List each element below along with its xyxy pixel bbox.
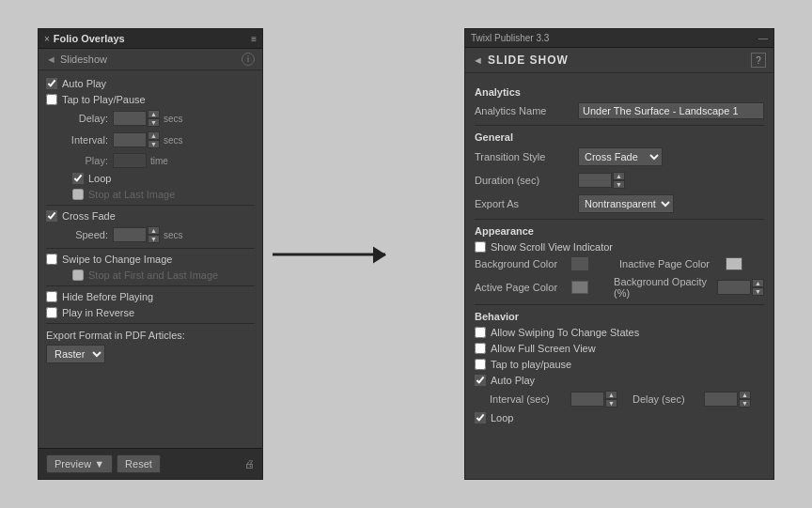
right-help-icon[interactable]: ? xyxy=(751,53,766,68)
speed-up-arrow[interactable]: ▲ xyxy=(148,226,160,235)
swipe-change-checkbox[interactable] xyxy=(46,254,57,265)
auto-play-checkbox[interactable] xyxy=(46,78,57,89)
tap-play-pause-label: Tap to Play/Pause xyxy=(62,94,146,105)
play-reverse-row: Play in Reverse xyxy=(46,307,255,318)
auto-play-behavior-row: Auto Play xyxy=(475,375,764,386)
breadcrumb-info-icon[interactable]: i xyxy=(242,53,255,66)
swipe-change-row: Swipe to Change Image xyxy=(46,254,255,265)
interval-behavior-up-arrow[interactable]: ▲ xyxy=(605,391,617,399)
tap-play-pause-checkbox[interactable] xyxy=(46,94,57,105)
printer-icon[interactable]: 🖨 xyxy=(244,458,255,470)
inactive-color-col: Inactive Page Color xyxy=(619,257,764,270)
left-titlebar: × Folio Overlays ≡ xyxy=(39,29,262,49)
opacity-up-arrow[interactable]: ▲ xyxy=(752,279,764,287)
allow-full-screen-label: Allow Full Screen View xyxy=(491,343,596,354)
speed-input[interactable]: 0.5 xyxy=(113,227,147,242)
play-input[interactable] xyxy=(113,153,147,168)
delay-behavior-up-arrow[interactable]: ▲ xyxy=(739,391,751,399)
bg-opacity-label: Background Opacity (%) xyxy=(614,276,717,299)
loop-behavior-row: Loop xyxy=(475,412,764,423)
allow-swiping-checkbox[interactable] xyxy=(475,327,486,338)
tap-to-play-behavior-checkbox[interactable] xyxy=(475,359,486,370)
speed-spinner[interactable]: 0.5 ▲ ▼ xyxy=(113,226,160,243)
speed-down-arrow[interactable]: ▼ xyxy=(148,235,160,243)
interval-behavior-spinner[interactable]: 3 ▲ ▼ xyxy=(570,391,617,408)
play-row: Play: time xyxy=(46,153,255,168)
export-as-label: Export As xyxy=(475,198,578,209)
delay-behavior-down-arrow[interactable]: ▼ xyxy=(739,399,751,408)
interval-down-arrow[interactable]: ▼ xyxy=(148,140,160,148)
left-breadcrumb: ◄ Slideshow i xyxy=(39,49,262,70)
reset-button[interactable]: Reset xyxy=(117,454,161,473)
opacity-arrows: ▲ ▼ xyxy=(752,279,764,296)
stop-first-last-row: Stop at First and Last Image xyxy=(46,269,255,281)
export-format-label: Export Format in PDF Articles: xyxy=(46,330,255,341)
preview-button[interactable]: Preview ▼ xyxy=(46,454,113,473)
delay-down-arrow[interactable]: ▼ xyxy=(148,118,160,127)
stop-last-image-label: Stop at Last Image xyxy=(88,189,175,200)
allow-full-screen-row: Allow Full Screen View xyxy=(475,343,764,354)
stop-last-image-checkbox[interactable] xyxy=(72,189,84,200)
swipe-change-label: Swipe to Change Image xyxy=(62,254,172,265)
breadcrumb-arrow-icon[interactable]: ◄ xyxy=(46,54,56,65)
duration-spinner[interactable]: 0.5 ▲ ▼ xyxy=(578,172,625,189)
delay-up-arrow[interactable]: ▲ xyxy=(148,110,160,118)
delay-spinner[interactable]: 0 ▲ ▼ xyxy=(113,110,160,127)
behavior-section-title: Behavior xyxy=(475,311,764,322)
interval-arrows: ▲ ▼ xyxy=(148,131,160,148)
cross-fade-checkbox[interactable] xyxy=(46,210,57,222)
stop-first-last-checkbox[interactable] xyxy=(72,269,84,281)
interval-behavior-down-arrow[interactable]: ▼ xyxy=(605,399,617,408)
allow-swiping-label: Allow Swiping To Change States xyxy=(491,327,639,338)
allow-swiping-row: Allow Swiping To Change States xyxy=(475,327,764,338)
play-reverse-checkbox[interactable] xyxy=(46,307,57,318)
delay-input[interactable]: 0 xyxy=(113,111,147,126)
opacity-spinner[interactable]: 80 ▲ ▼ xyxy=(717,279,764,296)
duration-up-arrow[interactable]: ▲ xyxy=(613,172,625,180)
auto-play-row: Auto Play xyxy=(46,78,255,89)
inactive-page-color-swatch[interactable] xyxy=(726,257,742,270)
export-as-select[interactable]: Nontransparent xyxy=(578,194,674,213)
delay-unit: secs xyxy=(164,114,183,124)
right-breadcrumb-title: SLIDE SHOW xyxy=(488,54,569,67)
interval-spinner[interactable]: 3 ▲ ▼ xyxy=(113,131,160,148)
right-panel-body: Analytics Analytics Name General Transit… xyxy=(465,73,773,479)
interval-unit: secs xyxy=(164,135,183,146)
auto-play-behavior-checkbox[interactable] xyxy=(475,375,486,386)
interval-behavior-arrows: ▲ ▼ xyxy=(605,391,617,408)
opacity-input[interactable]: 80 xyxy=(717,280,751,295)
close-icon[interactable]: × xyxy=(44,34,50,44)
hide-before-playing-checkbox[interactable] xyxy=(46,291,57,302)
loop-checkbox[interactable] xyxy=(72,173,84,184)
delay-behavior-spinner[interactable]: 0 ▲ ▼ xyxy=(704,391,751,408)
delay-behavior-arrows: ▲ ▼ xyxy=(739,391,751,408)
allow-full-screen-checkbox[interactable] xyxy=(475,343,486,354)
right-panel: Twixl Publisher 3.3 — ◄ SLIDE SHOW ? Ana… xyxy=(464,28,774,480)
general-section-title: General xyxy=(475,131,764,143)
duration-input[interactable]: 0.5 xyxy=(578,173,612,188)
interval-up-arrow[interactable]: ▲ xyxy=(148,131,160,140)
transition-style-select[interactable]: Cross Fade xyxy=(578,147,663,166)
interval-behavior-input[interactable]: 3 xyxy=(570,392,604,407)
hide-before-playing-row: Hide Before Playing xyxy=(46,291,255,302)
stop-first-last-label: Stop at First and Last Image xyxy=(88,269,218,281)
opacity-down-arrow[interactable]: ▼ xyxy=(752,287,764,296)
analytics-name-input[interactable] xyxy=(578,102,764,119)
export-format-dropdown-row: Raster xyxy=(46,345,255,363)
active-page-color-swatch[interactable] xyxy=(571,281,588,294)
interval-input[interactable]: 3 xyxy=(113,132,147,147)
hide-before-playing-label: Hide Before Playing xyxy=(62,291,153,302)
right-panel-menu-icon[interactable]: — xyxy=(758,33,768,43)
auto-play-label: Auto Play xyxy=(62,78,106,89)
raster-select[interactable]: Raster xyxy=(46,345,105,363)
delay-behavior-input[interactable]: 0 xyxy=(704,392,738,407)
panel-menu-icon[interactable]: ≡ xyxy=(251,34,257,44)
duration-down-arrow[interactable]: ▼ xyxy=(613,180,625,189)
show-scroll-view-row: Show Scroll View Indicator xyxy=(475,241,764,253)
right-breadcrumb-arrow-icon[interactable]: ◄ xyxy=(473,54,483,66)
bg-opacity-col: Background Opacity (%) 80 ▲ ▼ xyxy=(614,276,764,299)
bg-color-label: Background Color xyxy=(475,258,569,269)
bg-color-swatch[interactable] xyxy=(571,257,588,270)
show-scroll-view-checkbox[interactable] xyxy=(475,241,486,253)
loop-behavior-checkbox[interactable] xyxy=(475,412,486,423)
